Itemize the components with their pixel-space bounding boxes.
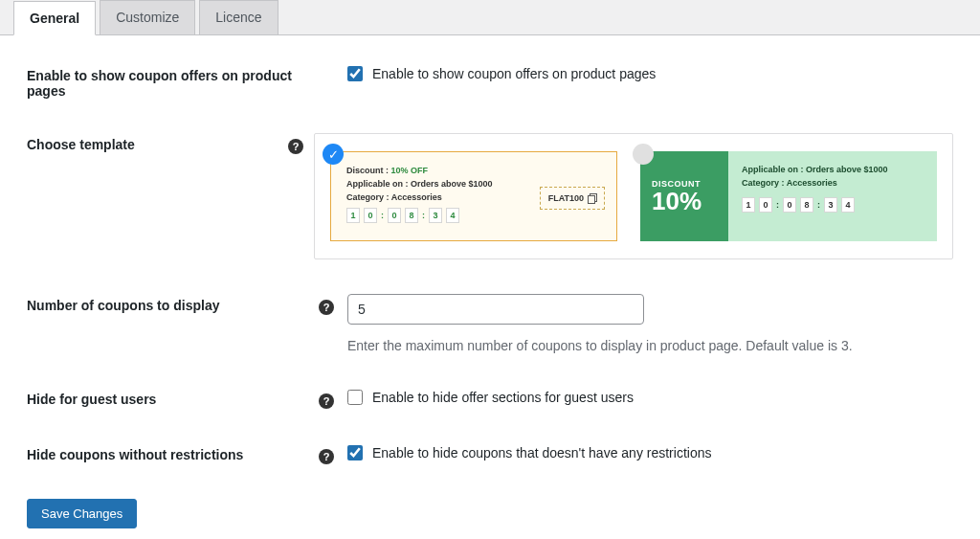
timer-digit: 1	[346, 208, 360, 223]
save-button[interactable]: Save Changes	[27, 499, 137, 528]
checkbox-enable-offers[interactable]	[347, 66, 363, 81]
tab-customize[interactable]: Customize	[100, 0, 195, 34]
tpl1-applicable: Applicable on : Orders above $1000	[346, 179, 540, 189]
row-enable-offers: Enable to show coupon offers on product …	[27, 64, 953, 99]
label-hide-no-restrict: Hide coupons without restrictions	[27, 443, 319, 462]
timer-digit: 3	[429, 208, 442, 223]
timer-digit: 1	[742, 197, 755, 213]
templates-container: ✓ Discount : 10% OFF Applicable on : Ord…	[314, 133, 953, 259]
tabs-nav: General Customize Licence	[0, 0, 980, 35]
input-num-coupons[interactable]	[347, 294, 644, 325]
checkbox-hide-guest[interactable]	[347, 390, 363, 405]
label-num-coupons: Number of coupons to display	[27, 294, 319, 313]
tpl2-applicable: Applicable on : Orders above $1000	[742, 165, 927, 174]
timer-digit: 8	[405, 208, 418, 223]
timer-digit: 4	[841, 197, 855, 213]
timer-colon: :	[817, 200, 820, 210]
checkbox-hide-no-restrict[interactable]	[347, 445, 363, 460]
tpl1-discount-prefix: Discount :	[346, 166, 391, 175]
timer-colon: :	[422, 211, 425, 220]
template-option-1[interactable]: ✓ Discount : 10% OFF Applicable on : Ord…	[330, 151, 617, 241]
help-icon[interactable]: ?	[288, 139, 303, 154]
row-choose-template: Choose template ? ✓ Discount : 10% OFF A…	[27, 133, 953, 259]
timer-digit: 4	[446, 208, 459, 223]
timer-colon: :	[776, 200, 779, 210]
timer-colon: :	[381, 211, 384, 220]
label-enable-offers: Enable to show coupon offers on product …	[27, 64, 319, 99]
timer-digit: 3	[824, 197, 837, 213]
timer-digit: 0	[388, 208, 401, 223]
template-option-2[interactable]: DISCOUNT 10% Applicable on : Orders abov…	[640, 151, 937, 241]
row-hide-no-restrict: Hide coupons without restrictions ? Enab…	[27, 443, 953, 464]
tpl2-category: Category : Accessories	[742, 178, 927, 188]
tpl2-discount-value: 10%	[652, 189, 728, 213]
timer-digit: 8	[800, 197, 813, 213]
template-unselected-badge	[633, 144, 654, 165]
timer-digit: 0	[783, 197, 796, 213]
tpl1-discount-value: 10% OFF	[391, 166, 429, 175]
row-num-coupons: Number of coupons to display ? Enter the…	[27, 294, 953, 353]
checkbox-label-hide-guest: Enable to hide offer sections for guest …	[372, 390, 634, 405]
check-icon: ✓	[328, 147, 339, 162]
checkbox-label-hide-no-restrict: Enable to hide coupons that doesn't have…	[372, 445, 711, 460]
timer-digit: 0	[364, 208, 377, 223]
description-num-coupons: Enter the maximum number of coupons to d…	[347, 338, 953, 353]
tpl1-category: Category : Accessories	[346, 192, 540, 202]
label-hide-guest: Hide for guest users	[27, 388, 319, 407]
copy-icon	[588, 193, 596, 203]
tpl1-timer: 1 0 : 0 8 : 3 4	[346, 208, 540, 223]
label-choose-template: Choose template	[27, 133, 288, 152]
template-selected-badge: ✓	[323, 144, 344, 165]
help-icon[interactable]: ?	[319, 300, 334, 315]
tab-licence[interactable]: Licence	[199, 0, 278, 34]
tab-general[interactable]: General	[13, 1, 96, 35]
row-hide-guest: Hide for guest users ? Enable to hide of…	[27, 388, 953, 409]
settings-form: Enable to show coupon offers on product …	[0, 35, 980, 539]
tpl1-coupon-code: FLAT100	[540, 187, 605, 210]
tpl2-timer: 1 0 : 0 8 : 3 4	[742, 197, 927, 213]
timer-digit: 0	[759, 197, 772, 213]
checkbox-label-enable-offers: Enable to show coupon offers on product …	[372, 66, 656, 81]
help-icon[interactable]: ?	[319, 393, 334, 409]
help-icon[interactable]: ?	[319, 449, 334, 464]
